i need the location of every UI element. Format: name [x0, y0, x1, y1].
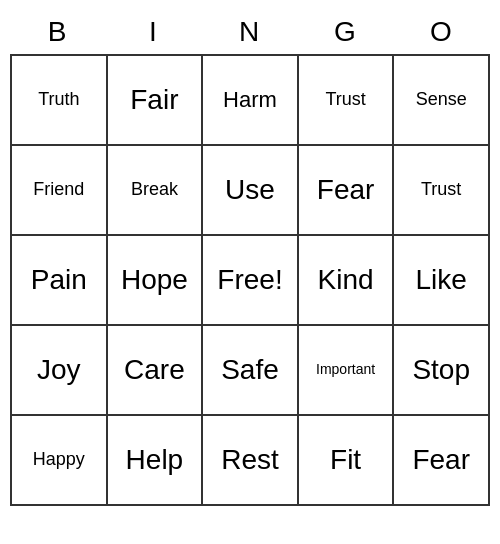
bingo-cell-0-0[interactable]: Truth	[12, 56, 108, 146]
bingo-cell-4-4[interactable]: Fear	[394, 416, 490, 506]
header-letter-b: B	[10, 10, 106, 54]
header-letter-o: O	[394, 10, 490, 54]
header-letter-g: G	[298, 10, 394, 54]
cell-text-2-0: Pain	[31, 265, 87, 296]
bingo-cell-0-3[interactable]: Trust	[299, 56, 395, 146]
cell-text-1-3: Fear	[317, 175, 375, 206]
cell-text-2-4: Like	[416, 265, 467, 296]
bingo-cell-1-3[interactable]: Fear	[299, 146, 395, 236]
cell-text-0-1: Fair	[130, 85, 178, 116]
bingo-cell-3-0[interactable]: Joy	[12, 326, 108, 416]
cell-text-4-0: Happy	[33, 450, 85, 470]
header-letter-i: I	[106, 10, 202, 54]
bingo-grid: TruthFairHarmTrustSenseFriendBreakUseFea…	[10, 54, 490, 506]
cell-text-2-2: Free!	[217, 265, 282, 296]
bingo-cell-1-2[interactable]: Use	[203, 146, 299, 236]
bingo-cell-4-3[interactable]: Fit	[299, 416, 395, 506]
header-letter-n: N	[202, 10, 298, 54]
bingo-card: BINGO TruthFairHarmTrustSenseFriendBreak…	[10, 10, 490, 506]
cell-text-0-3: Trust	[325, 90, 365, 110]
cell-text-3-2: Safe	[221, 355, 279, 386]
bingo-cell-2-3[interactable]: Kind	[299, 236, 395, 326]
bingo-cell-4-2[interactable]: Rest	[203, 416, 299, 506]
cell-text-1-0: Friend	[33, 180, 84, 200]
cell-text-2-1: Hope	[121, 265, 188, 296]
bingo-cell-3-1[interactable]: Care	[108, 326, 204, 416]
cell-text-3-4: Stop	[412, 355, 470, 386]
cell-text-3-3: Important	[316, 362, 375, 377]
cell-text-1-1: Break	[131, 180, 178, 200]
bingo-cell-1-0[interactable]: Friend	[12, 146, 108, 236]
cell-text-4-1: Help	[126, 445, 184, 476]
cell-text-0-2: Harm	[223, 88, 277, 112]
bingo-cell-0-4[interactable]: Sense	[394, 56, 490, 146]
cell-text-1-4: Trust	[421, 180, 461, 200]
bingo-cell-4-0[interactable]: Happy	[12, 416, 108, 506]
bingo-cell-2-1[interactable]: Hope	[108, 236, 204, 326]
bingo-cell-1-4[interactable]: Trust	[394, 146, 490, 236]
cell-text-3-0: Joy	[37, 355, 81, 386]
cell-text-0-0: Truth	[38, 90, 79, 110]
cell-text-3-1: Care	[124, 355, 185, 386]
bingo-cell-2-4[interactable]: Like	[394, 236, 490, 326]
bingo-cell-0-1[interactable]: Fair	[108, 56, 204, 146]
bingo-cell-3-4[interactable]: Stop	[394, 326, 490, 416]
cell-text-4-2: Rest	[221, 445, 279, 476]
bingo-cell-2-2[interactable]: Free!	[203, 236, 299, 326]
bingo-header: BINGO	[10, 10, 490, 54]
bingo-cell-0-2[interactable]: Harm	[203, 56, 299, 146]
bingo-cell-4-1[interactable]: Help	[108, 416, 204, 506]
cell-text-4-4: Fear	[412, 445, 470, 476]
bingo-cell-3-3[interactable]: Important	[299, 326, 395, 416]
cell-text-0-4: Sense	[416, 90, 467, 110]
bingo-cell-1-1[interactable]: Break	[108, 146, 204, 236]
bingo-cell-3-2[interactable]: Safe	[203, 326, 299, 416]
bingo-cell-2-0[interactable]: Pain	[12, 236, 108, 326]
cell-text-2-3: Kind	[318, 265, 374, 296]
cell-text-4-3: Fit	[330, 445, 361, 476]
cell-text-1-2: Use	[225, 175, 275, 206]
